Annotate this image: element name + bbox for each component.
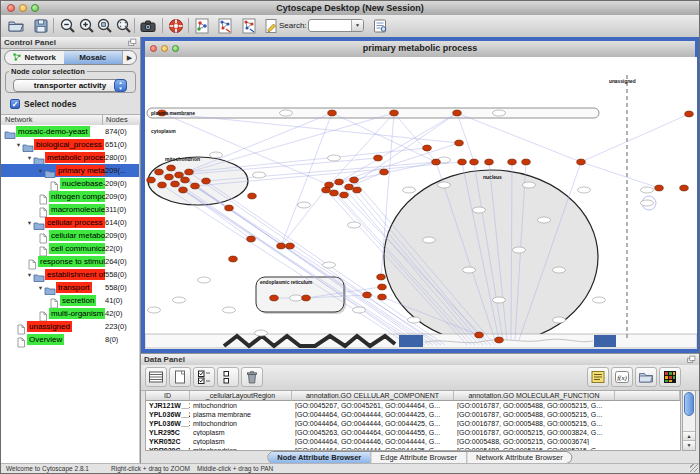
network-view-b-button[interactable] — [216, 17, 234, 35]
gene-node[interactable] — [158, 182, 167, 188]
tab-network[interactable]: Network — [5, 51, 64, 64]
column-header[interactable]: ID — [146, 391, 190, 401]
tree-row-overview[interactable]: Overview8(0) — [1, 333, 139, 346]
table-row-ylr295c[interactable]: YLR295Ccytoplasm[GO:0045263, GO:0044464,… — [146, 428, 680, 437]
tree-row-unassigned[interactable]: unassigned223(0) — [1, 320, 139, 333]
tree-row-metabolic-process[interactable]: ▼metabolic process280(0) — [1, 151, 139, 164]
zoom-view-icon[interactable] — [172, 45, 179, 52]
annotation-node[interactable] — [328, 155, 341, 161]
annotation-node[interactable] — [173, 297, 186, 303]
zoom-selected-button[interactable] — [96, 17, 114, 35]
gene-node[interactable] — [508, 159, 517, 165]
gene-node[interactable] — [374, 155, 383, 161]
tree-col-nodes[interactable]: Nodes — [106, 115, 128, 125]
create-attribute-button[interactable] — [169, 367, 191, 387]
annotation-node[interactable] — [255, 330, 268, 336]
gene-node[interactable] — [171, 181, 180, 187]
annotation-node[interactable] — [280, 110, 293, 116]
tree-row-secretion[interactable]: secretion41(0) — [1, 294, 139, 307]
gene-node[interactable] — [485, 159, 494, 165]
table-row-ypl036w__1[interactable]: YPL036W__1mitochondrion[GO:0044464, GO:0… — [146, 419, 680, 428]
minimize-view-icon[interactable] — [161, 45, 168, 52]
annotation-node[interactable] — [403, 187, 416, 193]
annotation-node[interactable] — [210, 152, 223, 158]
tree-row-transport[interactable]: ▼transport558(0) — [1, 281, 139, 294]
snapshot-camera-button[interactable] — [139, 17, 157, 35]
scrollbar-thumb[interactable] — [684, 392, 694, 416]
gene-node[interactable] — [470, 159, 479, 165]
gene-node[interactable] — [167, 165, 176, 171]
gene-node[interactable] — [202, 178, 211, 184]
tree-row-cell-communicat[interactable]: cell communicat22(0) — [1, 242, 139, 255]
gene-node[interactable] — [390, 110, 399, 116]
expand-arrow-icon[interactable]: ▼ — [26, 220, 33, 226]
tab-mosaic[interactable]: Mosaic — [64, 51, 123, 64]
search-advanced-button[interactable] — [371, 17, 389, 35]
delete-attribute-button[interactable] — [241, 367, 263, 387]
table-row-ypl036w__2[interactable]: YPL036W__2plasma membrane[GO:0044464, GO… — [146, 410, 680, 419]
select-nodes-checkbox[interactable]: ✓ — [10, 99, 20, 109]
open-session-button[interactable] — [7, 17, 25, 35]
annotation-node[interactable] — [493, 110, 506, 116]
tree-row-biological-process[interactable]: ▼biological_process651(0) — [1, 138, 139, 151]
function-builder-button[interactable]: f(x) — [611, 367, 633, 387]
tree-row-establishment-of-lo[interactable]: ▼establishment of lo558(0) — [1, 268, 139, 281]
gene-node[interactable] — [353, 187, 362, 193]
tree-col-network[interactable]: Network — [5, 115, 33, 125]
annotation-node[interactable] — [198, 277, 211, 283]
gene-node[interactable] — [155, 169, 164, 175]
gene-node[interactable] — [179, 187, 188, 193]
annotation-node[interactable] — [553, 317, 566, 323]
tree-row-macromolecule[interactable]: macromolecule311(0) — [1, 203, 139, 216]
float-panel-icon[interactable] — [127, 37, 138, 48]
gene-node[interactable] — [248, 193, 257, 199]
gene-node[interactable] — [378, 294, 387, 300]
tab-edge-attribute-browser[interactable]: Edge Attribute Browser — [371, 452, 467, 463]
more-tabs-button[interactable]: ▶ — [122, 51, 136, 64]
node-color-dropdown[interactable]: transporter activity ▲▼ — [13, 79, 127, 92]
chevron-down-icon[interactable]: ▼ — [351, 20, 363, 31]
tab-node-attribute-browser[interactable]: Node Attribute Browser — [268, 452, 371, 463]
annotation-node[interactable] — [408, 317, 421, 323]
search-input[interactable] — [311, 20, 351, 31]
zoom-in-button[interactable] — [78, 17, 96, 35]
annotation-node[interactable] — [463, 267, 476, 273]
gene-node[interactable] — [322, 187, 331, 193]
gene-node[interactable] — [286, 243, 295, 249]
gene-node[interactable] — [165, 174, 174, 180]
column-header[interactable]: annotation.GO MOLECULAR_FUNCTION — [454, 391, 615, 401]
tree-row-cellular-metabo[interactable]: cellular metabo209(0) — [1, 229, 139, 242]
gene-node[interactable] — [229, 256, 238, 262]
window-titlebar[interactable]: Cytoscape Desktop (New Session) — [1, 1, 699, 16]
save-session-button[interactable] — [32, 17, 50, 35]
import-attributes-button[interactable] — [635, 367, 657, 387]
zoom-fit-button[interactable] — [115, 17, 133, 35]
gene-node[interactable] — [330, 190, 339, 196]
gene-node[interactable] — [680, 185, 689, 191]
annotation-node[interactable] — [593, 297, 606, 303]
tree-row-cellular-process[interactable]: ▼cellular process614(0) — [1, 216, 139, 229]
gene-node[interactable] — [350, 177, 359, 183]
annotation-node[interactable] — [538, 217, 551, 223]
annotation-node[interactable] — [348, 222, 361, 228]
column-header[interactable]: annotation.GO CELLULAR_COMPONENT — [292, 391, 454, 401]
gene-node[interactable] — [685, 111, 694, 117]
gene-node[interactable] — [522, 159, 531, 165]
table-row-yjr121w__1[interactable]: YJR121W__1mitochondrion[GO:0045267, GO:0… — [146, 401, 680, 410]
annotation-tool-button[interactable] — [262, 17, 280, 35]
gene-node[interactable] — [191, 183, 200, 189]
attribute-list-button[interactable] — [587, 367, 609, 387]
gene-node[interactable] — [453, 110, 462, 116]
annotation-node[interactable] — [148, 307, 161, 313]
gene-node[interactable] — [328, 110, 337, 116]
gene-node[interactable] — [495, 337, 504, 343]
attribute-table-button[interactable] — [145, 367, 167, 387]
expand-arrow-icon[interactable]: ▼ — [37, 168, 44, 174]
resize-grip[interactable] — [690, 464, 698, 472]
annotation-node[interactable] — [523, 182, 536, 188]
annotation-node[interactable] — [290, 295, 303, 301]
gene-node[interactable] — [345, 184, 354, 190]
gene-node[interactable] — [302, 295, 311, 301]
network-view-a-button[interactable] — [193, 17, 211, 35]
gene-node[interactable] — [458, 159, 467, 165]
